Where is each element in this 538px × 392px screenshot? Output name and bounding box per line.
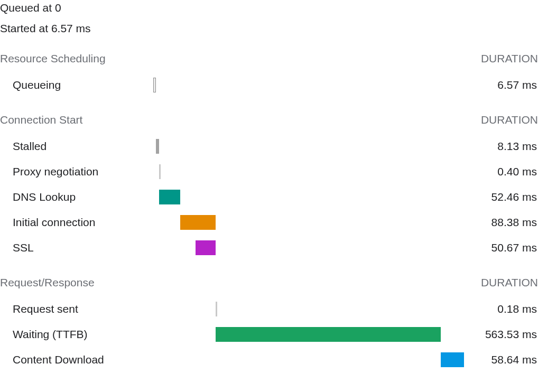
section-title: Connection Start <box>0 114 82 126</box>
row-label: DNS Lookup <box>0 190 153 203</box>
queued-at: Queued at 0 <box>0 0 538 15</box>
timing-bar <box>196 240 216 255</box>
row-value: 0.18 ms <box>464 302 538 315</box>
section-header: Request/ResponseDURATION <box>0 276 538 289</box>
bar-track <box>153 190 464 204</box>
timing-bar <box>156 139 159 154</box>
row-label: Proxy negotiation <box>0 165 153 178</box>
timing-bar <box>216 327 441 342</box>
bar-track <box>153 302 464 316</box>
timing-row: Request sent0.18 ms <box>0 296 538 322</box>
section: Connection StartDURATIONStalled8.13 msPr… <box>0 114 538 260</box>
row-value: 6.57 ms <box>464 78 538 91</box>
started-at: Started at 6.57 ms <box>0 21 538 36</box>
summary: Queued at 0 Started at 6.57 ms <box>0 0 538 36</box>
row-value: 88.38 ms <box>464 216 538 229</box>
timing-row: Initial connection88.38 ms <box>0 210 538 235</box>
section: Request/ResponseDURATIONRequest sent0.18… <box>0 276 538 372</box>
duration-column-label: DURATION <box>481 52 538 65</box>
section: Resource SchedulingDURATIONQueueing6.57 … <box>0 52 538 98</box>
row-label: Waiting (TTFB) <box>0 328 153 341</box>
timing-row: Proxy negotiation0.40 ms <box>0 159 538 184</box>
section-header: Resource SchedulingDURATION <box>0 52 538 65</box>
row-label: Queueing <box>0 78 153 91</box>
row-value: 563.53 ms <box>464 328 538 341</box>
timing-row: Queueing6.57 ms <box>0 72 538 98</box>
timing-row: Waiting (TTFB)563.53 ms <box>0 322 538 347</box>
bar-track <box>153 352 464 367</box>
timing-bar <box>216 302 217 316</box>
section-header: Connection StartDURATION <box>0 114 538 126</box>
timing-bar <box>180 215 216 230</box>
row-label: Request sent <box>0 302 153 315</box>
timing-row: Stalled8.13 ms <box>0 134 538 159</box>
timing-bar <box>441 352 464 367</box>
timing-bar <box>159 190 180 204</box>
row-value: 50.67 ms <box>464 241 538 254</box>
row-value: 58.64 ms <box>464 353 538 366</box>
timing-row: SSL50.67 ms <box>0 235 538 260</box>
bar-track <box>153 327 464 342</box>
timing-bar <box>153 78 156 92</box>
row-label: Initial connection <box>0 216 153 229</box>
duration-column-label: DURATION <box>481 276 538 289</box>
row-value: 52.46 ms <box>464 190 538 203</box>
row-value: 8.13 ms <box>464 139 538 153</box>
bar-track <box>153 139 464 154</box>
duration-column-label: DURATION <box>481 114 538 126</box>
bar-track <box>153 240 464 255</box>
timing-row: DNS Lookup52.46 ms <box>0 184 538 210</box>
timing-row: Content Download58.64 ms <box>0 347 538 372</box>
bar-track <box>153 164 464 179</box>
timing-bar <box>159 164 161 179</box>
row-label: Content Download <box>0 353 153 366</box>
row-label: SSL <box>0 241 153 254</box>
bar-track <box>153 78 464 92</box>
row-value: 0.40 ms <box>464 165 538 178</box>
row-label: Stalled <box>0 139 153 153</box>
section-title: Request/Response <box>0 276 95 289</box>
section-title: Resource Scheduling <box>0 52 106 65</box>
bar-track <box>153 215 464 230</box>
timing-sections: Resource SchedulingDURATIONQueueing6.57 … <box>0 52 538 372</box>
